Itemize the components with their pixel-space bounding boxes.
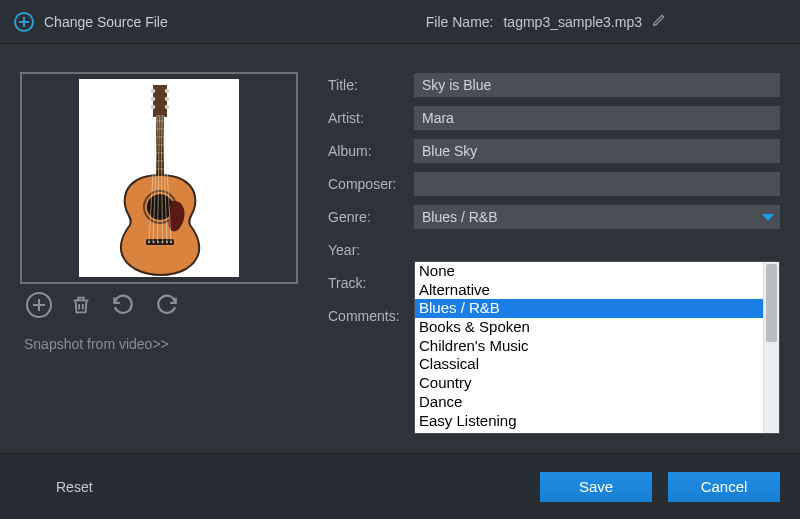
guitar-image <box>79 79 239 277</box>
genre-select[interactable]: Blues / R&B <box>414 205 780 229</box>
save-button[interactable]: Save <box>540 472 652 502</box>
track-label: Track: <box>328 275 414 291</box>
genre-selected-value: Blues / R&B <box>422 209 497 225</box>
artwork-toolbar <box>20 284 300 318</box>
genre-dropdown: NoneAlternativeBlues / R&BBooks & Spoken… <box>414 261 780 434</box>
genre-option[interactable]: Books & Spoken <box>415 318 763 337</box>
artwork-panel: Snapshot from video>> <box>20 72 300 449</box>
title-input[interactable] <box>414 73 780 97</box>
dropdown-arrow-icon <box>762 214 774 221</box>
reset-button[interactable]: Reset <box>56 479 93 495</box>
edit-filename-button[interactable] <box>652 13 666 30</box>
genre-option[interactable]: Alternative <box>415 281 763 300</box>
artist-label: Artist: <box>328 110 414 126</box>
svg-point-22 <box>157 241 159 243</box>
change-source-button[interactable]: Change Source File <box>14 12 168 32</box>
svg-rect-19 <box>146 239 174 245</box>
change-source-label: Change Source File <box>44 14 168 30</box>
main: Snapshot from video>> Title: Artist: Alb… <box>0 44 800 449</box>
genre-option[interactable]: Classical <box>415 355 763 374</box>
artwork-frame[interactable] <box>20 72 298 284</box>
cancel-button[interactable]: Cancel <box>668 472 780 502</box>
filename-display: File Name: tagmp3_sample3.mp3 <box>426 13 666 30</box>
genre-option[interactable]: Blues / R&B <box>415 299 763 318</box>
svg-point-23 <box>162 241 164 243</box>
rotate-cw-button[interactable] <box>154 292 180 318</box>
svg-rect-1 <box>153 85 167 117</box>
genre-option[interactable]: Easy Listening <box>415 412 763 431</box>
genre-option[interactable]: Children's Music <box>415 337 763 356</box>
rotate-ccw-button[interactable] <box>110 292 136 318</box>
delete-artwork-button[interactable] <box>70 293 92 317</box>
header: Change Source File File Name: tagmp3_sam… <box>0 0 800 44</box>
title-label: Title: <box>328 77 414 93</box>
trash-icon <box>70 293 92 317</box>
svg-point-4 <box>151 105 155 109</box>
plus-circle-icon <box>14 12 34 32</box>
composer-label: Composer: <box>328 176 414 192</box>
svg-point-2 <box>151 89 155 93</box>
dropdown-scrollbar[interactable] <box>763 262 779 433</box>
plus-icon <box>33 299 45 311</box>
genre-option[interactable]: Country <box>415 374 763 393</box>
album-label: Album: <box>328 143 414 159</box>
svg-point-21 <box>153 241 155 243</box>
svg-point-24 <box>166 241 168 243</box>
genre-option-list: NoneAlternativeBlues / R&BBooks & Spoken… <box>415 262 763 433</box>
comments-label: Comments: <box>328 308 414 324</box>
metadata-form: Title: Artist: Album: Composer: Genre: B… <box>328 72 780 449</box>
filename-label: File Name: <box>426 14 494 30</box>
dropdown-scrollthumb[interactable] <box>766 264 777 342</box>
add-artwork-button[interactable] <box>26 292 52 318</box>
year-label: Year: <box>328 242 414 258</box>
svg-point-20 <box>148 241 150 243</box>
composer-input[interactable] <box>414 172 780 196</box>
svg-point-5 <box>165 89 169 93</box>
album-input[interactable] <box>414 139 780 163</box>
artist-input[interactable] <box>414 106 780 130</box>
genre-option[interactable]: Dance <box>415 393 763 412</box>
svg-point-3 <box>151 97 155 101</box>
filename-value: tagmp3_sample3.mp3 <box>503 14 642 30</box>
genre-option[interactable]: Electronic <box>415 430 763 433</box>
genre-label: Genre: <box>328 209 414 225</box>
undo-icon <box>110 292 136 318</box>
svg-point-6 <box>165 97 169 101</box>
redo-icon <box>154 292 180 318</box>
svg-point-7 <box>165 105 169 109</box>
pencil-icon <box>652 13 666 27</box>
snapshot-from-video-link[interactable]: Snapshot from video>> <box>20 336 300 352</box>
svg-point-25 <box>170 241 172 243</box>
footer: Reset Save Cancel <box>0 453 800 519</box>
genre-option[interactable]: None <box>415 262 763 281</box>
